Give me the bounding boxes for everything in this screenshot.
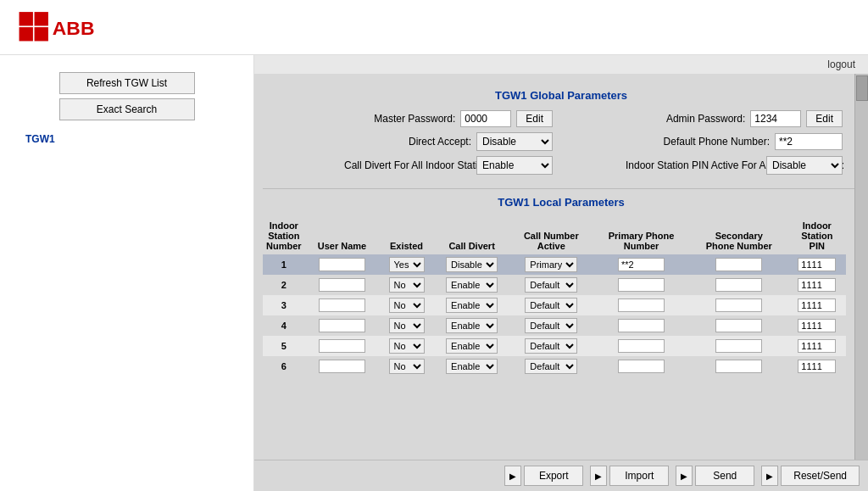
send-action: ▶ Send	[676, 466, 754, 486]
export-button[interactable]: Export	[524, 466, 583, 486]
col-indoor-pin: IndoorStationPIN	[788, 217, 846, 254]
call-divert-select[interactable]: DisableEnable	[446, 359, 498, 374]
reset-send-action: ▶ Reset/Send	[761, 466, 860, 486]
user-name-input[interactable]	[319, 360, 365, 373]
secondary-phone-input[interactable]	[715, 258, 762, 271]
pin-input[interactable]	[798, 258, 836, 271]
global-params-grid: Master Password: Edit Admin Password: Ed…	[280, 110, 843, 175]
call-number-active-select[interactable]: PrimaryDefaultDisable	[525, 359, 577, 374]
direct-accept-row: Direct Accept: Disable Enable	[280, 132, 553, 151]
pin-input[interactable]	[798, 299, 836, 312]
import-button[interactable]: Import	[609, 466, 669, 486]
call-divert-select[interactable]: DisableEnable	[446, 298, 498, 313]
primary-phone-input[interactable]	[618, 319, 665, 332]
import-arrow-button[interactable]: ▶	[590, 466, 607, 486]
reset-send-arrow-button[interactable]: ▶	[761, 466, 778, 486]
call-divert-select[interactable]: Enable Disable	[476, 156, 553, 175]
existed-select[interactable]: YesNo	[389, 277, 425, 293]
user-name-input[interactable]	[319, 278, 365, 292]
svg-rect-2	[19, 27, 33, 41]
indoor-pin-select[interactable]: Disable Enable	[766, 156, 843, 175]
primary-phone-input[interactable]	[618, 258, 665, 271]
svg-rect-3	[35, 27, 48, 41]
cell-secondary-phone	[690, 295, 788, 315]
direct-accept-select[interactable]: Disable Enable	[476, 132, 553, 151]
master-password-input[interactable]	[460, 110, 511, 127]
cell-call-number-active: PrimaryDefaultDisable	[510, 315, 593, 336]
secondary-phone-input[interactable]	[715, 299, 762, 312]
existed-select[interactable]: YesNo	[389, 338, 425, 354]
cell-primary-phone	[593, 315, 690, 336]
existed-select[interactable]: YesNo	[389, 298, 425, 313]
call-number-active-select[interactable]: PrimaryDefaultDisable	[525, 257, 577, 272]
cell-secondary-phone	[690, 254, 788, 275]
cell-existed: YesNo	[379, 356, 433, 377]
secondary-phone-input[interactable]	[715, 360, 762, 373]
primary-phone-input[interactable]	[618, 360, 665, 373]
export-arrow-button[interactable]: ▶	[504, 466, 521, 486]
admin-password-label: Admin Password:	[666, 113, 745, 125]
cell-pin	[788, 254, 846, 275]
call-number-active-select[interactable]: PrimaryDefaultDisable	[525, 277, 577, 293]
master-password-edit-button[interactable]: Edit	[516, 110, 553, 127]
exact-search-button[interactable]: Exact Search	[59, 98, 195, 120]
user-name-input[interactable]	[319, 258, 365, 271]
col-existed: Existed	[379, 217, 433, 254]
cell-call-divert: DisableEnable	[434, 295, 510, 315]
scrollbar-track[interactable]	[854, 74, 868, 460]
cell-call-divert: DisableEnable	[434, 275, 510, 295]
admin-password-input[interactable]	[750, 110, 801, 127]
pin-input[interactable]	[798, 339, 836, 353]
logout-link[interactable]: logout	[827, 59, 855, 70]
admin-password-edit-button[interactable]: Edit	[806, 110, 843, 127]
user-name-input[interactable]	[319, 299, 365, 312]
svg-rect-0	[19, 12, 33, 25]
reset-send-button[interactable]: Reset/Send	[781, 466, 860, 486]
primary-phone-input[interactable]	[618, 339, 665, 353]
content-area: logout TGW1 Global Parameters Master Pas…	[254, 55, 868, 491]
existed-select[interactable]: YesNo	[389, 318, 425, 333]
cell-existed: YesNo	[379, 295, 433, 315]
call-number-active-select[interactable]: PrimaryDefaultDisable	[525, 318, 577, 333]
cell-existed: YesNo	[379, 336, 433, 356]
user-name-input[interactable]	[319, 339, 365, 353]
cell-user-name	[305, 275, 380, 295]
send-button[interactable]: Send	[695, 466, 754, 486]
call-divert-select[interactable]: DisableEnable	[446, 338, 498, 354]
cell-existed: YesNo	[379, 254, 433, 275]
call-divert-select[interactable]: DisableEnable	[446, 257, 498, 272]
secondary-phone-input[interactable]	[715, 319, 762, 332]
refresh-tgw-list-button[interactable]: Refresh TGW List	[59, 72, 195, 94]
col-call-divert: Call Divert	[434, 217, 510, 254]
cell-row-num: 5	[263, 336, 305, 356]
cell-pin	[788, 315, 846, 336]
call-divert-label: Call Divert For All Indoor Stations:	[344, 159, 471, 171]
pin-input[interactable]	[798, 360, 836, 373]
col-call-number-active: Call NumberActive	[510, 217, 593, 254]
call-number-active-select[interactable]: PrimaryDefaultDisable	[525, 298, 577, 313]
secondary-phone-input[interactable]	[715, 339, 762, 353]
import-action: ▶ Import	[590, 466, 669, 486]
tgw1-link[interactable]: TGW1	[13, 133, 241, 145]
call-number-active-select[interactable]: PrimaryDefaultDisable	[525, 338, 577, 354]
cell-call-number-active: PrimaryDefaultDisable	[510, 275, 593, 295]
export-action: ▶ Export	[504, 466, 583, 486]
default-phone-input[interactable]	[775, 133, 843, 150]
call-divert-select[interactable]: DisableEnable	[446, 318, 498, 333]
primary-phone-input[interactable]	[618, 278, 665, 292]
cell-secondary-phone	[690, 315, 788, 336]
cell-call-divert: DisableEnable	[434, 336, 510, 356]
default-phone-row: Default Phone Number:	[570, 133, 843, 150]
pin-input[interactable]	[798, 319, 836, 332]
user-name-input[interactable]	[319, 319, 365, 332]
local-params-section: TGW1 Local Parameters IndoorStationNumbe…	[263, 196, 860, 377]
pin-input[interactable]	[798, 278, 836, 292]
send-arrow-button[interactable]: ▶	[676, 466, 693, 486]
params-area: TGW1 Global Parameters Master Password: …	[254, 74, 868, 460]
call-divert-select[interactable]: DisableEnable	[446, 277, 498, 293]
scrollbar-thumb[interactable]	[856, 75, 868, 101]
secondary-phone-input[interactable]	[715, 278, 762, 292]
existed-select[interactable]: YesNo	[389, 359, 425, 374]
existed-select[interactable]: YesNo	[389, 257, 425, 272]
primary-phone-input[interactable]	[618, 299, 665, 312]
